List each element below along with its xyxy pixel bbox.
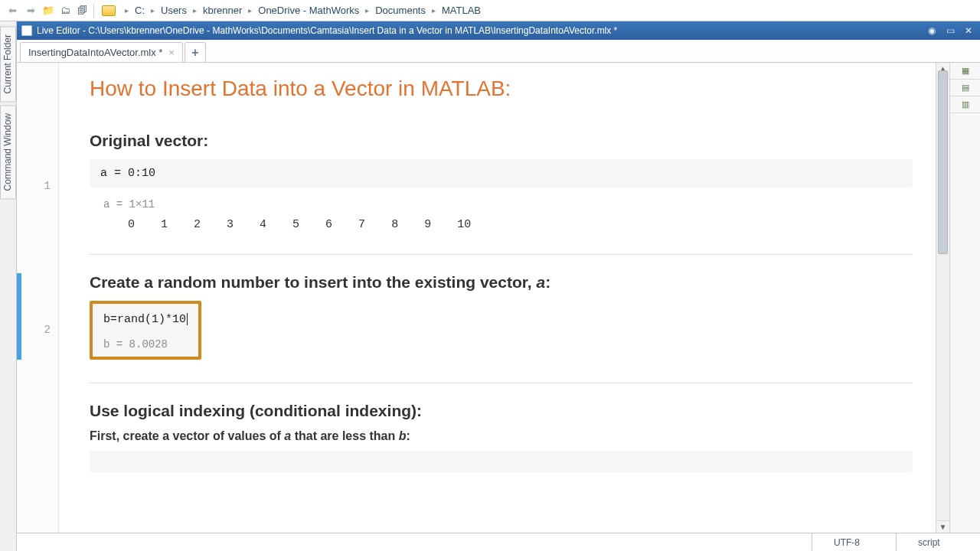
output-value: 5 (292, 218, 299, 231)
output-value: 0 (128, 218, 135, 231)
folder-icon (102, 5, 116, 16)
close-icon[interactable]: × (168, 47, 175, 58)
view-output-right-button[interactable]: ▤ (950, 80, 980, 96)
status-mode[interactable]: script (896, 533, 980, 551)
close-button[interactable]: ✕ (962, 24, 975, 37)
text-cursor (187, 313, 188, 325)
main-area: Current Folder Command Window Live Edito… (0, 21, 980, 551)
subnote-text: : (407, 429, 410, 442)
breadcrumb-item[interactable]: Documents (374, 3, 427, 18)
help-button[interactable]: ◉ (925, 24, 939, 37)
section-heading: Original vector: (90, 132, 913, 150)
section-logical-indexing: Use logical indexing (conditional indexi… (90, 402, 913, 472)
subnote-text: that are less than (291, 429, 399, 442)
breadcrumb-item[interactable]: MATLAB (440, 3, 482, 18)
output-value: 7 (358, 218, 365, 231)
breadcrumb-item[interactable]: kbrenner (201, 3, 243, 18)
breadcrumb-item[interactable]: C: (133, 3, 146, 18)
section-divider (90, 254, 913, 255)
section-original-vector: Original vector: a = 0:10 a = 1×11 0 1 2… (90, 132, 913, 231)
output-value: 6 (325, 218, 332, 231)
code-text: b=rand(1)*10 (103, 313, 186, 326)
view-output-inline-button[interactable]: ▦ (950, 63, 980, 80)
section-heading: Create a random number to insert into th… (90, 273, 913, 292)
nav-back-button[interactable]: ⬅ (5, 3, 20, 18)
section-heading: Use logical indexing (conditional indexi… (90, 402, 913, 420)
document-icon (21, 25, 32, 36)
output-value: 8 (391, 218, 398, 231)
scroll-thumb[interactable] (938, 70, 948, 254)
chevron-right-icon: ▸ (429, 6, 439, 15)
editor-titlebar: Live Editor - C:\Users\kbrenner\OneDrive… (17, 21, 980, 40)
heading-text: : (545, 273, 550, 291)
chevron-right-icon: ▸ (245, 6, 255, 15)
output-value: 3 (227, 218, 234, 231)
output-value: 1 (161, 218, 168, 231)
heading-var: a (536, 273, 545, 291)
folder-open-icon[interactable]: 🗂 (58, 4, 72, 18)
output-value: 10 (457, 218, 471, 231)
document-content[interactable]: How to Insert Data into a Vector in MATL… (59, 63, 936, 533)
subnote-var: a (284, 429, 291, 442)
output-values: 0 1 2 3 4 5 6 7 8 9 10 (90, 218, 913, 231)
breadcrumb-item[interactable]: Users (159, 3, 188, 18)
docked-panel-tabs: Current Folder Command Window (0, 21, 17, 551)
new-tab-button[interactable]: + (185, 42, 206, 62)
breadcrumb-item[interactable]: OneDrive - MathWorks (256, 3, 361, 18)
heading-text: Create a random number to insert into th… (90, 273, 536, 291)
scroll-down-button[interactable]: ▼ (936, 520, 949, 533)
line-number-gutter: 1 2 (17, 63, 59, 533)
address-toolbar: ⬅ ➡ 📁 🗂 🗐 ▸ C: ▸ Users ▸ kbrenner ▸ OneD… (0, 0, 980, 21)
current-folder-tab[interactable]: Current Folder (0, 26, 16, 102)
chevron-right-icon: ▸ (190, 6, 200, 15)
output-label: a = 1×11 (90, 192, 913, 214)
folder-up-icon[interactable]: 📁 (41, 4, 55, 18)
document-scroll[interactable]: 1 2 How to Insert Data into a Vector in … (17, 63, 936, 533)
editor-title: Live Editor - C:\Users\kbrenner\OneDrive… (37, 25, 920, 36)
file-tabstrip: InsertingDataIntoAVector.mlx * × + (17, 40, 980, 63)
command-window-tab[interactable]: Command Window (0, 105, 16, 199)
chevron-right-icon: ▸ (362, 6, 372, 15)
code-block[interactable]: b=rand(1)*10 (100, 308, 191, 331)
file-tab-label: InsertingDataIntoAVector.mlx * (28, 47, 162, 58)
live-editor-panel: Live Editor - C:\Users\kbrenner\OneDrive… (17, 21, 980, 551)
view-hide-code-button[interactable]: ▥ (950, 96, 980, 113)
section-subnote: First, create a vector of values of a th… (90, 429, 913, 443)
output-value: 4 (260, 218, 266, 231)
maximize-button[interactable]: ▭ (943, 24, 957, 37)
view-mode-rail: ▦ ▤ ▥ (949, 63, 980, 533)
chevron-right-icon: ▸ (122, 6, 132, 15)
subnote-text: First, create a vector of values of (90, 429, 284, 442)
status-encoding[interactable]: UTF-8 (812, 533, 896, 551)
output-value: 9 (424, 218, 431, 231)
code-block[interactable]: a = 0:10 (90, 159, 913, 187)
section-random-number: Create a random number to insert into th… (90, 273, 913, 360)
breadcrumb[interactable]: ▸ C: ▸ Users ▸ kbrenner ▸ OneDrive - Mat… (122, 3, 975, 18)
status-bar: UTF-8 script (17, 533, 980, 551)
line-number: 1 (17, 178, 58, 194)
toolbar-separator (93, 4, 94, 18)
chevron-right-icon: ▸ (148, 6, 158, 15)
subnote-var: b (399, 429, 407, 442)
line-number: 2 (17, 321, 58, 338)
output-value: 2 (194, 218, 201, 231)
section-divider (90, 383, 913, 383)
compare-icon[interactable]: 🗐 (75, 4, 89, 18)
document-wrap: 1 2 How to Insert Data into a Vector in … (17, 63, 980, 533)
file-tab-active[interactable]: InsertingDataIntoAVector.mlx * × (20, 42, 183, 62)
nav-forward-button[interactable]: ➡ (23, 3, 38, 18)
vertical-scrollbar[interactable]: ▲ ▼ (936, 63, 949, 533)
output-line: b = 8.0028 (100, 331, 191, 352)
right-rails: ▲ ▼ ▦ ▤ ▥ (936, 63, 980, 533)
page-title: How to Insert Data into a Vector in MATL… (90, 77, 913, 101)
highlighted-code-box: b=rand(1)*10 b = 8.0028 (90, 301, 201, 360)
code-block-empty[interactable] (90, 451, 913, 472)
